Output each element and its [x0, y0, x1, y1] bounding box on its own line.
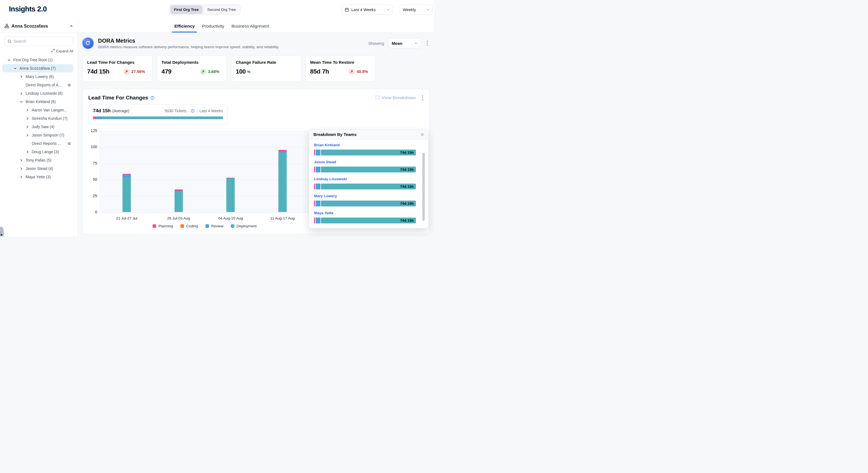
summary-period: Last 4 Weeks	[199, 109, 223, 113]
tree-item[interactable]: Aaron Van Langen...	[2, 106, 73, 114]
chevron-right-icon[interactable]	[25, 150, 30, 154]
team-name-link[interactable]: Mary Lowery	[314, 194, 416, 198]
stacked-bar[interactable]	[278, 150, 287, 212]
tab-business-alignment[interactable]: Business Alignment	[231, 20, 269, 33]
chevron-down-icon[interactable]	[19, 99, 23, 104]
y-axis-tick-label: 50	[83, 177, 97, 182]
breakdown-panel: Breakdown By Teams Brian Kirkland74d 15h…	[309, 129, 428, 229]
tree-item-label: Direct Reports of A...	[26, 83, 62, 87]
lead-time-menu-button[interactable]	[421, 94, 425, 101]
divider: |	[196, 109, 198, 113]
chevron-right-icon[interactable]	[19, 175, 23, 179]
bar-segment-planning	[314, 217, 315, 224]
sidebar-header: Anna Scozzafava	[0, 20, 78, 33]
tree-item[interactable]: Maya Yette (3)	[2, 173, 73, 181]
metric-label: Lead Time For Changes	[87, 60, 148, 65]
dora-metric-cards: Lead Time For Changes74d 15h27.56%Total …	[83, 55, 430, 82]
legend-swatch	[153, 224, 156, 228]
trend-up-icon	[348, 68, 355, 75]
filter-sliders-icon[interactable]	[67, 83, 71, 87]
tab-productivity[interactable]: Productivity	[202, 20, 224, 33]
chevron-right-icon[interactable]	[25, 116, 30, 121]
sidebar-collapse-button[interactable]	[69, 24, 73, 28]
info-icon[interactable]	[150, 96, 155, 100]
granularity-select[interactable]: Weekly	[400, 5, 433, 14]
team-name-link[interactable]: Brian Kirkland	[314, 143, 416, 147]
x-axis-tick-label: 28 Jul-03 Aug	[153, 216, 205, 220]
metric-card: Mean Time To Restore85d 7h40.8%	[305, 55, 376, 82]
breakdown-team-row: Maya Yette74d 15h	[314, 211, 416, 224]
org-tree-toggle-option[interactable]: Second Org Tree	[204, 5, 240, 14]
team-name-link[interactable]: Jason Stead	[314, 160, 416, 164]
sidebar-edge-handle[interactable]: ▶	[0, 227, 4, 237]
bar-segment-deployment: 74d 15h	[321, 184, 416, 189]
chevron-down-icon[interactable]	[13, 66, 17, 70]
tree-item[interactable]: Jason Stead (4)	[2, 164, 73, 173]
tree-item[interactable]: Anna Scozzafava (7)	[2, 64, 73, 72]
tree-item[interactable]: Judy Saw (4)	[2, 123, 73, 131]
chevron-right-icon[interactable]	[25, 133, 30, 137]
tree-item[interactable]: Direct Reports ...	[2, 139, 73, 148]
dora-title: DORA Metrics	[98, 38, 279, 44]
chevron-spacer	[25, 141, 30, 146]
legend-item[interactable]: Review	[206, 224, 223, 228]
tree-item[interactable]: Direct Reports of A...	[2, 81, 73, 89]
legend-item[interactable]: Deployment	[231, 224, 257, 228]
expand-all-button[interactable]: Expand All	[51, 49, 73, 53]
close-icon[interactable]	[421, 132, 424, 137]
chevron-spacer	[19, 83, 23, 87]
legend-label: Planning	[158, 224, 173, 228]
dora-menu-button[interactable]	[425, 39, 430, 47]
filter-sliders-icon[interactable]	[67, 142, 71, 145]
view-breakdown-button[interactable]: View Breakdown	[375, 95, 416, 100]
chevron-right-icon[interactable]	[19, 91, 23, 95]
tab-efficiency[interactable]: Efficiency	[174, 20, 194, 33]
metric-value: 85d 7h	[310, 68, 329, 75]
legend-item[interactable]: Planning	[153, 224, 173, 228]
chevron-down-icon	[426, 8, 430, 11]
dora-header: DORA Metrics DORA metrics measure softwa…	[83, 37, 430, 49]
stacked-bar[interactable]	[226, 178, 235, 212]
tree-item[interactable]: Doug Lange (3)	[2, 148, 73, 156]
bar-segment-deployment: 74d 15h	[321, 167, 416, 172]
bar-segment-review	[123, 175, 131, 178]
stacked-bar[interactable]	[175, 189, 183, 212]
tree-item[interactable]: Mary Lowery (6)	[2, 72, 73, 81]
stacked-bar[interactable]	[123, 174, 131, 212]
chevron-right-icon[interactable]	[19, 75, 23, 79]
team-name-link[interactable]: Lindsay Liszewski	[314, 177, 416, 181]
team-value: 74d 15h	[400, 218, 416, 223]
legend-swatch	[231, 224, 235, 228]
tree-item-label: Jason Stead (4)	[26, 166, 53, 171]
trend-up-icon	[200, 68, 206, 75]
chevron-right-icon[interactable]	[25, 108, 30, 112]
tab-bar: EfficiencyProductivityBusiness Alignment	[78, 20, 434, 33]
org-tree-toggle-option[interactable]: First Org Tree	[170, 5, 203, 14]
legend-item[interactable]: Coding	[180, 224, 198, 228]
summary-qualifier: (Average)	[112, 109, 129, 113]
showing-select[interactable]: Mean	[388, 38, 421, 48]
bar-segment-planning	[314, 150, 315, 155]
search-input[interactable]	[13, 39, 70, 43]
tree-item[interactable]: Tony Pallas (5)	[2, 156, 73, 164]
app-header: Insights 2.0 First Org TreeSecond Org Tr…	[0, 0, 434, 20]
metric-label: Mean Time To Restore	[310, 60, 371, 65]
team-value: 74d 15h	[400, 150, 416, 155]
chevron-down-icon[interactable]	[7, 58, 11, 62]
team-name-link[interactable]: Maya Yette	[314, 211, 416, 215]
metric-delta: 27.56%	[123, 68, 145, 75]
tree-item[interactable]: First Org Tree Root (1)	[2, 56, 73, 64]
tree-item[interactable]: Lindsay Liszewski (8)	[2, 89, 73, 97]
tree-item[interactable]: Brian Kirkland (6)	[2, 97, 73, 106]
chevron-right-icon[interactable]	[19, 158, 23, 162]
sidebar-search[interactable]	[4, 36, 73, 46]
tree-item[interactable]: Jason Simpson (7)	[2, 131, 73, 139]
breakdown-scrollbar-thumb[interactable]	[422, 153, 425, 221]
chevron-right-icon[interactable]	[25, 124, 30, 129]
date-range-select[interactable]: Last 4 Weeks	[342, 5, 393, 14]
tree-item[interactable]: Sireesha Kunduri (7)	[2, 114, 73, 123]
info-icon[interactable]	[191, 109, 194, 113]
chevron-right-icon[interactable]	[19, 166, 23, 171]
org-tree-toggle[interactable]: First Org TreeSecond Org Tree	[169, 4, 241, 15]
tab-bar-group: EfficiencyProductivityBusiness Alignment	[174, 20, 269, 33]
